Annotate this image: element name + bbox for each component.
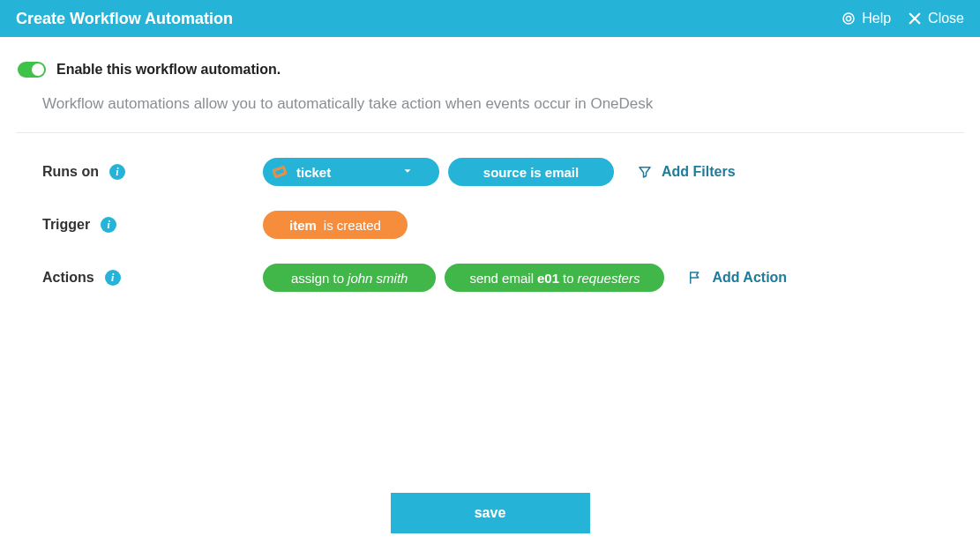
description-text: Workflow automations allow you to automa…	[16, 95, 964, 133]
info-icon[interactable]: i	[101, 217, 116, 233]
runs-on-content: ticket source is email Add Filters	[263, 158, 736, 186]
trigger-created: is created	[324, 218, 381, 233]
trigger-pill[interactable]: item is created	[263, 211, 408, 239]
actions-content: assign to john smith send email e01 to r…	[263, 264, 787, 292]
trigger-label: Trigger	[42, 217, 90, 233]
enable-label: Enable this workflow automation.	[56, 62, 281, 78]
runs-on-label: Runs on	[42, 164, 99, 180]
assign-action-pill[interactable]: assign to john smith	[263, 264, 436, 292]
assign-prefix: assign to	[291, 271, 344, 286]
dialog-header: Create Workflow Automation Help Close	[0, 0, 980, 37]
filter-text: source is email	[483, 165, 579, 180]
add-action-label: Add Action	[712, 270, 787, 286]
ticket-icon	[272, 164, 288, 180]
runs-on-row: Runs on i ticket source is email	[42, 158, 964, 186]
actions-row: Actions i assign to john smith send emai…	[42, 264, 964, 292]
enable-row: Enable this workflow automation.	[16, 62, 964, 78]
help-label: Help	[862, 11, 891, 26]
add-filters-label: Add Filters	[662, 164, 736, 180]
send-to: to	[563, 271, 574, 286]
svg-point-0	[847, 16, 851, 20]
dialog-title: Create Workflow Automation	[16, 10, 841, 28]
close-label: Close	[928, 11, 964, 26]
close-button[interactable]: Close	[907, 11, 964, 26]
help-button[interactable]: Help	[841, 11, 891, 26]
send-prefix: send email	[469, 271, 534, 286]
type-dropdown[interactable]: ticket	[263, 158, 439, 186]
help-icon	[841, 11, 857, 26]
info-icon[interactable]: i	[105, 270, 121, 286]
send-target: requesters	[578, 271, 640, 286]
runs-on-label-wrap: Runs on i	[42, 164, 263, 180]
trigger-label-wrap: Trigger i	[42, 217, 263, 233]
filter-pill[interactable]: source is email	[448, 158, 614, 186]
add-filters-button[interactable]: Add Filters	[637, 164, 736, 180]
dialog-content: Enable this workflow automation. Workflo…	[0, 37, 980, 292]
save-button[interactable]: save	[391, 493, 590, 533]
type-value: ticket	[296, 165, 331, 180]
enable-toggle[interactable]	[18, 62, 46, 78]
actions-label-wrap: Actions i	[42, 270, 263, 286]
add-action-button[interactable]: Add Action	[687, 270, 787, 286]
trigger-content: item is created	[263, 211, 408, 239]
dialog-footer: save	[0, 493, 980, 533]
send-template: e01	[537, 271, 559, 286]
trigger-item: item	[289, 218, 317, 233]
flag-icon	[687, 270, 703, 286]
close-icon	[907, 11, 923, 26]
chevron-down-icon	[401, 165, 414, 180]
info-icon[interactable]: i	[109, 164, 125, 180]
header-actions: Help Close	[841, 11, 964, 26]
trigger-row: Trigger i item is created	[42, 211, 964, 239]
filter-icon	[637, 164, 653, 180]
actions-label: Actions	[42, 270, 94, 286]
send-email-action-pill[interactable]: send email e01 to requesters	[445, 264, 664, 292]
assign-value: john smith	[348, 271, 408, 286]
config-section: Runs on i ticket source is email	[16, 158, 964, 292]
